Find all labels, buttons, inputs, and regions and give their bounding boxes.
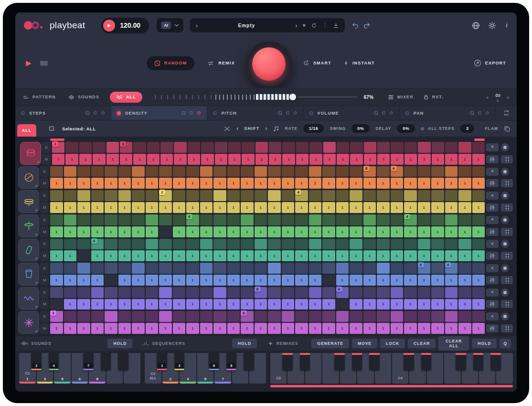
refresh-icon[interactable]	[382, 111, 386, 115]
step-cell[interactable]: 1	[227, 299, 240, 310]
step-cell[interactable]: 1	[363, 250, 376, 261]
step-cell[interactable]: 1	[64, 275, 77, 286]
step-cell[interactable]	[445, 190, 458, 201]
step-cell[interactable]: 1	[363, 226, 376, 237]
step-cell[interactable]: 1	[132, 323, 145, 334]
black-key[interactable]	[473, 353, 484, 370]
step-cell[interactable]: 1	[309, 323, 322, 334]
tab-steps[interactable]: STEPS	[15, 106, 111, 120]
step-cell[interactable]: 1	[268, 250, 281, 261]
step-cell[interactable]	[186, 287, 199, 298]
step-cell[interactable]: 1	[241, 275, 254, 286]
step-cell[interactable]: 1	[431, 275, 444, 286]
black-key[interactable]	[404, 353, 414, 370]
preset-menu-button[interactable]: ⋮	[322, 22, 328, 29]
tab-pitch[interactable]: PITCH	[207, 106, 303, 120]
step-cell[interactable]: 1	[105, 323, 117, 334]
step-cell[interactable]: 1	[213, 178, 226, 189]
step-cell[interactable]	[377, 311, 390, 322]
all-steps-value[interactable]: 3	[460, 124, 475, 133]
track-drag-handle[interactable]	[501, 300, 513, 308]
track-drag-handle[interactable]	[501, 203, 513, 212]
tab-volume[interactable]: VOLUME	[304, 106, 400, 120]
step-cell[interactable]: 1	[77, 178, 90, 189]
step-cell[interactable]: 1	[65, 154, 78, 165]
step-cell[interactable]	[391, 142, 403, 153]
step-cell[interactable]: 1	[391, 299, 404, 310]
step-cell[interactable]: 1	[336, 250, 349, 261]
track-drag-handle[interactable]	[501, 276, 513, 284]
step-cell[interactable]	[255, 166, 267, 177]
step-cell[interactable]: 1	[391, 250, 404, 261]
step-cell[interactable]: 1	[268, 202, 281, 213]
track-remove-button[interactable]: ×	[486, 240, 499, 248]
step-cell[interactable]: 1	[322, 178, 335, 189]
step-cell[interactable]: 1	[201, 154, 213, 165]
step-cell[interactable]	[91, 263, 104, 274]
step-cell[interactable]	[336, 190, 349, 201]
step-cell[interactable]	[77, 190, 90, 201]
step-cell[interactable]	[77, 287, 90, 298]
shift-left-button[interactable]: ‹	[236, 125, 238, 132]
step-cell[interactable]	[146, 214, 159, 225]
step-cell[interactable]	[173, 239, 186, 250]
dice-icon[interactable]	[470, 111, 474, 115]
step-cell[interactable]	[159, 287, 172, 298]
step-cell[interactable]	[132, 287, 145, 298]
step-cell[interactable]: 1	[200, 250, 213, 261]
step-cell[interactable]: 1	[350, 250, 362, 261]
step-cell[interactable]: 1	[445, 202, 458, 213]
step-cell[interactable]: 1	[132, 202, 145, 213]
randomize-selected-button[interactable]	[49, 126, 54, 131]
step-cell[interactable]	[160, 142, 173, 153]
step-cell[interactable]: 1	[132, 226, 145, 237]
step-cell[interactable]	[118, 190, 131, 201]
remix-mode-button[interactable]: REMIX	[207, 61, 235, 66]
step-cell[interactable]: 1	[445, 299, 458, 310]
step-cell[interactable]: 1	[350, 178, 362, 189]
step-cell[interactable]	[350, 287, 362, 298]
step-cell[interactable]: 1	[336, 226, 349, 237]
step-cell[interactable]: 1	[322, 323, 335, 334]
step-cell[interactable]: 1	[200, 299, 213, 310]
step-cell[interactable]	[309, 190, 322, 201]
step-cell[interactable]	[241, 166, 254, 177]
track-icon-button[interactable]	[18, 239, 39, 262]
step-cell[interactable]: 1	[186, 250, 199, 261]
step-cell[interactable]	[173, 190, 186, 201]
step-cell[interactable]: 1	[472, 275, 485, 286]
track-remove-button[interactable]: ×	[486, 264, 499, 272]
step-cell[interactable]: 1	[309, 299, 322, 310]
step-cell[interactable]: 1	[295, 323, 308, 334]
step-cell[interactable]	[186, 263, 199, 274]
step-cell[interactable]: 1	[105, 226, 117, 237]
step-cell[interactable]	[105, 190, 117, 201]
step-cell[interactable]	[268, 263, 281, 274]
step-cell[interactable]: 1	[132, 299, 145, 310]
step-cell[interactable]	[268, 166, 281, 177]
power-icon[interactable]	[101, 111, 105, 115]
refresh-icon[interactable]	[478, 111, 482, 115]
step-cell[interactable]	[118, 263, 131, 274]
step-cell[interactable]: 4	[295, 190, 308, 201]
step-cell[interactable]	[472, 142, 485, 153]
step-cell[interactable]: 1	[79, 154, 92, 165]
step-cell[interactable]: 1	[105, 202, 117, 213]
step-cell[interactable]: 1	[322, 299, 335, 310]
step-cell[interactable]	[200, 287, 213, 298]
track-drag-handle[interactable]	[501, 228, 513, 236]
black-key[interactable]	[300, 353, 310, 370]
step-cell[interactable]: 1	[458, 275, 471, 286]
step-cell[interactable]: 6	[91, 239, 104, 250]
step-cell[interactable]: 1	[377, 250, 390, 261]
step-cell[interactable]: 1	[350, 202, 362, 213]
step-cell[interactable]: 1	[309, 275, 322, 286]
step-cell[interactable]: 1	[350, 275, 362, 286]
step-cell[interactable]: 1	[159, 323, 172, 334]
step-cell[interactable]: 1	[431, 178, 444, 189]
sounds-hold-button[interactable]: HOLD	[107, 339, 132, 348]
save-preset-button[interactable]	[333, 22, 339, 29]
track-remove-button[interactable]: ×	[486, 143, 499, 151]
bpm-value[interactable]: 120.00	[120, 21, 140, 29]
step-cell[interactable]	[322, 239, 335, 250]
